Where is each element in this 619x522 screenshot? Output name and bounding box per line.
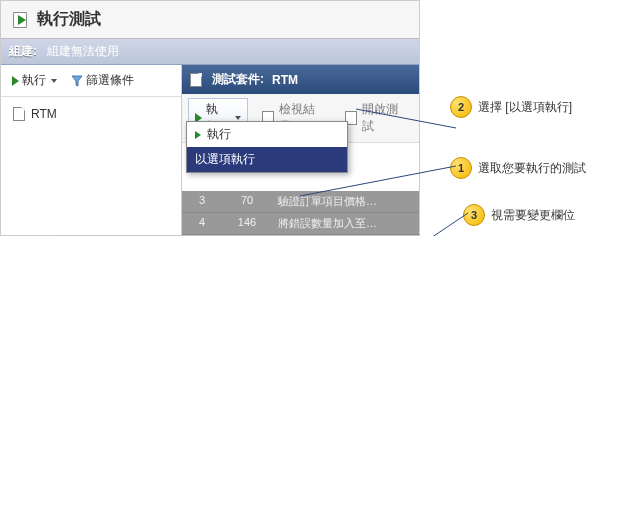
- dropdown-run-options-label: 以選項執行: [195, 151, 255, 168]
- test-tree: RTM: [1, 97, 181, 131]
- row-id: 70: [222, 191, 272, 212]
- build-value: 組建無法使用: [47, 43, 119, 60]
- chevron-down-icon: [235, 116, 241, 120]
- table-row[interactable]: 4 146 將錯誤數量加入至…: [182, 213, 419, 235]
- tree-item-rtm[interactable]: RTM: [9, 105, 173, 123]
- funnel-icon: [71, 75, 83, 87]
- callout-2: 2 選擇 [以選項執行]: [450, 96, 572, 118]
- open-tests-label: 開啟測試: [362, 101, 407, 135]
- row-id: 146: [222, 213, 272, 234]
- left-toolbar: 執行 篩選條件: [1, 65, 181, 97]
- suite-icon: [190, 73, 204, 87]
- left-run-label: 執行: [22, 72, 46, 89]
- left-run-button[interactable]: 執行: [7, 69, 62, 92]
- main-window: 執行測試 組建: 組建無法使用 執行 篩選條件: [0, 0, 420, 236]
- dropdown-run-label: 執行: [207, 126, 231, 143]
- titlebar: 執行測試: [1, 1, 419, 39]
- callout-number: 2: [450, 96, 472, 118]
- row-title: 將錯誤數量加入至…: [272, 213, 419, 234]
- play-icon: [12, 76, 19, 86]
- row-number: 3: [182, 191, 222, 212]
- dropdown-item-run[interactable]: 執行: [187, 122, 347, 147]
- test-grid: 3 70 驗證訂單項目價格… 4 146 將錯誤數量加入至…: [182, 191, 419, 235]
- left-pane: 執行 篩選條件 RTM: [1, 65, 182, 235]
- callout-number: 3: [463, 204, 485, 226]
- chevron-down-icon: [51, 79, 57, 83]
- tree-item-label: RTM: [31, 107, 57, 121]
- callout-text: 選取您要執行的測試: [478, 160, 586, 177]
- row-title: 驗證訂單項目價格…: [272, 191, 419, 212]
- build-bar: 組建: 組建無法使用: [1, 39, 419, 65]
- page-title: 執行測試: [37, 9, 101, 30]
- suite-header: 測試套件: RTM: [182, 65, 419, 94]
- callout-text: 視需要變更欄位: [491, 207, 575, 224]
- suite-icon: [13, 107, 27, 121]
- callout-3: 3 視需要變更欄位: [463, 204, 575, 226]
- dropdown-item-run-with-options[interactable]: 以選項執行: [187, 147, 347, 172]
- build-label: 組建:: [9, 43, 37, 60]
- filter-label: 篩選條件: [86, 72, 134, 89]
- run-test-icon: [13, 12, 29, 28]
- suite-name: RTM: [272, 73, 298, 87]
- callout-number: 1: [450, 157, 472, 179]
- callout-text: 選擇 [以選項執行]: [478, 99, 572, 116]
- callout-1: 1 選取您要執行的測試: [450, 157, 586, 179]
- filter-button[interactable]: 篩選條件: [66, 69, 139, 92]
- open-tests-button[interactable]: 開啟測試: [339, 98, 413, 138]
- right-pane: 測試套件: RTM 執行 檢視結果 開啟測試: [182, 65, 419, 235]
- row-number: 4: [182, 213, 222, 234]
- run-dropdown: 執行 以選項執行: [186, 121, 348, 173]
- table-row[interactable]: 3 70 驗證訂單項目價格…: [182, 191, 419, 213]
- play-icon: [195, 131, 201, 139]
- suite-prefix: 測試套件:: [212, 71, 264, 88]
